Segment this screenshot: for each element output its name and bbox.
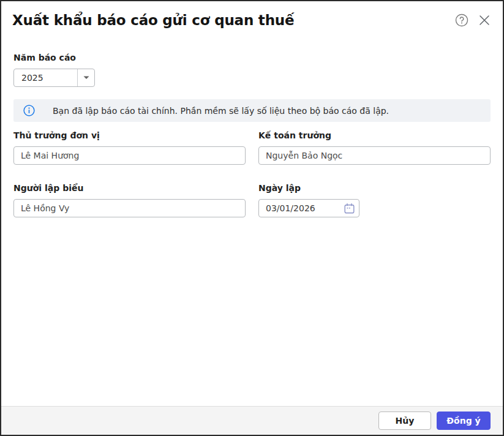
date-picker: [258, 199, 359, 217]
dialog-body: Năm báo cáo 2025 Bạn đã lập báo cáo tà: [1, 53, 503, 217]
chevron-down-icon: [83, 76, 89, 80]
close-icon[interactable]: [477, 13, 492, 28]
help-circle-icon: [455, 13, 468, 27]
export-report-dialog: Xuất khẩu báo cáo gửi cơ quan thuế Năm b…: [0, 0, 504, 436]
year-dropdown[interactable]: 2025: [13, 69, 95, 87]
year-label: Năm báo cáo: [13, 53, 491, 63]
info-banner-text: Bạn đã lập báo cáo tài chính. Phần mềm s…: [53, 106, 389, 116]
field-director: Thủ trưởng đơn vị: [13, 130, 246, 165]
dialog-header: Xuất khẩu báo cáo gửi cơ quan thuế: [1, 1, 503, 29]
field-preparer: Người lập biểu: [13, 183, 246, 217]
year-dropdown-arrow-zone[interactable]: [77, 69, 94, 86]
field-created-date: Ngày lập: [258, 183, 491, 217]
close-x-icon: [478, 13, 491, 27]
year-section: Năm báo cáo 2025: [13, 53, 491, 87]
fields-grid: Thủ trưởng đơn vị Kế toán trưởng Người l…: [13, 130, 491, 217]
calendar-icon[interactable]: [343, 202, 355, 214]
header-icons: [454, 11, 492, 28]
info-circle-icon: [23, 105, 35, 116]
created-date-label: Ngày lập: [258, 183, 491, 194]
dialog-footer: Hủy Đồng ý: [1, 406, 503, 435]
director-input[interactable]: [13, 146, 246, 165]
cancel-button[interactable]: Hủy: [378, 412, 431, 430]
info-banner: Bạn đã lập báo cáo tài chính. Phần mềm s…: [13, 99, 491, 122]
ok-button[interactable]: Đồng ý: [437, 412, 491, 430]
field-chief-accountant: Kế toán trưởng: [258, 130, 491, 165]
chief-accountant-input[interactable]: [258, 146, 491, 165]
year-dropdown-value: 2025: [14, 69, 77, 86]
help-icon[interactable]: [454, 13, 469, 28]
preparer-input[interactable]: [13, 199, 246, 217]
preparer-label: Người lập biểu: [13, 183, 246, 194]
dialog-title: Xuất khẩu báo cáo gửi cơ quan thuế: [12, 11, 454, 29]
director-label: Thủ trưởng đơn vị: [13, 130, 246, 141]
chief-accountant-label: Kế toán trưởng: [258, 130, 491, 141]
